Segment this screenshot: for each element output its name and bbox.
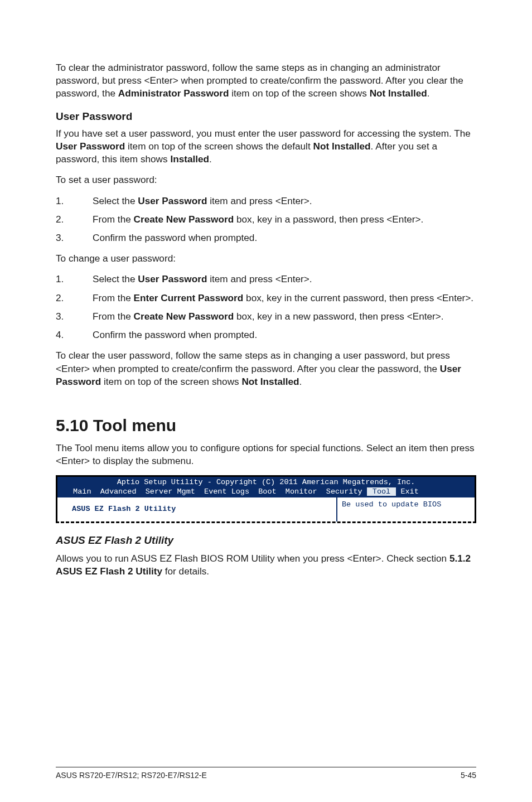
- step-number: 3.: [56, 231, 84, 244]
- user-password-description: If you have set a user password, you mus…: [56, 127, 476, 166]
- text-span: item on top of the screen shows: [101, 376, 241, 387]
- bios-tabs-post: Exit: [396, 487, 419, 496]
- ez-flash-description: Allows you to run ASUS EZ Flash BIOS ROM…: [56, 552, 476, 578]
- bold-text: Enter Current Password: [134, 292, 244, 303]
- section-title-tool-menu: 5.10 Tool menu: [56, 416, 476, 435]
- set-password-intro: To set a user password:: [56, 173, 476, 186]
- footer-row: ASUS RS720-E7/RS12; RS720-E7/RS12-E 5-45: [56, 771, 476, 780]
- step-number: 2.: [56, 292, 84, 305]
- text-span: From the: [93, 292, 134, 303]
- bold-text: Create New Password: [134, 214, 234, 225]
- text-span: From the: [93, 311, 134, 322]
- footer-divider: [56, 767, 476, 767]
- step-number: 1.: [56, 273, 84, 286]
- text-span: item on top of the screen shows: [229, 88, 369, 99]
- list-item: 3.From the Create New Password box, key …: [93, 310, 476, 323]
- text-span: Confirm the password when prompted.: [93, 329, 257, 340]
- step-number: 3.: [56, 310, 84, 323]
- step-number: 4.: [56, 328, 84, 341]
- clear-admin-paragraph: To clear the administrator password, fol…: [56, 61, 476, 100]
- list-item: 2.From the Enter Current Password box, k…: [93, 292, 476, 305]
- tool-menu-description: The Tool menu items allow you to configu…: [56, 442, 476, 467]
- bold-text: Not Installed: [313, 141, 370, 152]
- text-span: If you have set a user password, you mus…: [56, 128, 471, 139]
- list-item: 2.From the Create New Password box, key …: [93, 213, 476, 226]
- bios-body: ASUS EZ Flash 2 Utility Be used to updat…: [57, 497, 475, 521]
- text-span: Select the: [93, 273, 138, 284]
- list-item: 1.Select the User Password item and pres…: [93, 273, 476, 286]
- user-password-heading: User Password: [56, 110, 476, 123]
- step-number: 1.: [56, 195, 84, 207]
- bold-text: Create New Password: [134, 311, 234, 322]
- change-password-intro: To change a user password:: [56, 252, 476, 265]
- text-span: From the: [93, 214, 134, 225]
- bold-text: Not Installed: [370, 88, 427, 99]
- text-span: item and press <Enter>.: [207, 273, 312, 284]
- bold-text: Administrator Password: [118, 88, 229, 99]
- list-item: 4.Confirm the password when prompted.: [93, 328, 476, 341]
- text-span: for details.: [162, 566, 209, 577]
- text-span: item on top of the screen shows the defa…: [125, 141, 313, 152]
- bios-title-bar: Aptio Setup Utility - Copyright (C) 2011…: [57, 478, 475, 487]
- bios-tab-selected: Tool: [367, 487, 396, 496]
- text-span: To clear the user password, follow the s…: [56, 350, 450, 374]
- bios-screenshot: Aptio Setup Utility - Copyright (C) 2011…: [56, 475, 476, 523]
- bios-left-pane: ASUS EZ Flash 2 Utility: [57, 497, 336, 521]
- footer-left-text: ASUS RS720-E7/RS12; RS720-E7/RS12-E: [56, 771, 207, 780]
- text-span: .: [299, 376, 302, 387]
- bios-tab-bar: Main Advanced Server Mgmt Event Logs Boo…: [57, 487, 475, 497]
- bios-right-pane: Be used to update BIOS: [336, 497, 475, 521]
- bios-tabs-pre: Main Advanced Server Mgmt Event Logs Boo…: [69, 487, 367, 496]
- text-span: box, key in a new password, then press <…: [234, 311, 443, 322]
- bold-text: Not Installed: [241, 376, 299, 387]
- page-container: To clear the administrator password, fol…: [0, 0, 532, 802]
- page-footer: ASUS RS720-E7/RS12; RS720-E7/RS12-E 5-45: [56, 767, 476, 780]
- bold-text: User Password: [56, 141, 125, 152]
- text-span: Allows you to run ASUS EZ Flash BIOS ROM…: [56, 553, 449, 564]
- footer-page-number: 5-45: [461, 771, 476, 780]
- bios-header: Aptio Setup Utility - Copyright (C) 2011…: [57, 477, 475, 497]
- bold-text: User Password: [138, 195, 207, 206]
- text-span: Select the: [93, 195, 138, 206]
- change-password-steps: 1.Select the User Password item and pres…: [56, 273, 476, 341]
- ez-flash-heading: ASUS EZ Flash 2 Utility: [56, 534, 476, 547]
- list-item: 1.Select the User Password item and pres…: [93, 195, 476, 207]
- bold-text: User Password: [138, 273, 207, 284]
- set-password-steps: 1.Select the User Password item and pres…: [56, 195, 476, 245]
- text-span: box, key in a password, then press <Ente…: [234, 214, 423, 225]
- text-span: box, key in the current password, then p…: [243, 292, 473, 303]
- bold-text: Installed: [170, 153, 209, 165]
- text-span: item and press <Enter>.: [207, 195, 312, 206]
- text-span: .: [427, 88, 430, 99]
- text-span: Confirm the password when prompted.: [93, 232, 257, 243]
- list-item: 3.Confirm the password when prompted.: [93, 231, 476, 244]
- step-number: 2.: [56, 213, 84, 226]
- clear-user-paragraph: To clear the user password, follow the s…: [56, 349, 476, 388]
- text-span: .: [209, 153, 212, 165]
